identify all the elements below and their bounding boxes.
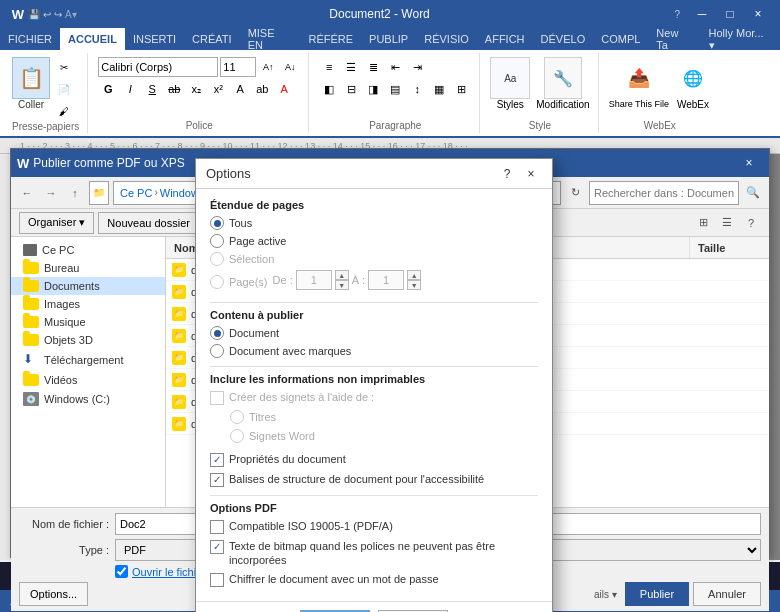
bc-ce-pc[interactable]: Ce PC xyxy=(120,187,152,199)
ribbon-tab-mise-en[interactable]: MISE EN xyxy=(240,28,301,50)
help-button[interactable]: ? xyxy=(741,213,761,233)
nav-back-button[interactable]: ← xyxy=(17,183,37,203)
cut-button[interactable]: ✂ xyxy=(54,57,74,77)
nav-refresh-button[interactable]: ↻ xyxy=(565,183,585,203)
align-right-button[interactable]: ◨ xyxy=(363,79,383,99)
list-row: ≡ ☰ ≣ ⇤ ⇥ xyxy=(319,57,427,77)
pdf-options-title: Options PDF xyxy=(210,502,538,514)
increase-font-button[interactable]: A↓ xyxy=(280,57,300,77)
sidebar-item-videos[interactable]: Vidéos xyxy=(11,371,165,389)
decrease-font-button[interactable]: A↑ xyxy=(258,57,278,77)
sidebar-item-ce-pc[interactable]: Ce PC xyxy=(11,241,165,259)
format-painter-button[interactable]: 🖌 xyxy=(54,101,74,121)
webex-button[interactable]: 🌐 WebEx xyxy=(675,57,711,110)
share-button[interactable]: 📤 Share This File xyxy=(609,57,669,109)
to-spin-up: ▲ xyxy=(407,270,421,280)
view-list-button[interactable]: ☰ xyxy=(717,213,737,233)
sidebar-item-telechargement[interactable]: ⬇ Téléchargement xyxy=(11,349,165,371)
subscript-button[interactable]: x₂ xyxy=(186,79,206,99)
restore-button[interactable]: □ xyxy=(716,3,744,25)
quick-access-redo[interactable]: ↪ xyxy=(54,9,62,20)
text-effects-button[interactable]: A xyxy=(230,79,250,99)
ribbon-tab-affich[interactable]: AFFICH xyxy=(477,28,533,50)
options-button[interactable]: Options... xyxy=(19,582,88,606)
check-proprietes[interactable] xyxy=(210,453,224,467)
line-spacing-button[interactable]: ↕ xyxy=(407,79,427,99)
organiser-button[interactable]: Organiser ▾ xyxy=(19,212,94,234)
bullet-list-button[interactable]: ≡ xyxy=(319,57,339,77)
text-highlight-button[interactable]: ab xyxy=(252,79,272,99)
sidebar-item-documents[interactable]: Documents xyxy=(11,277,165,295)
align-left-button[interactable]: ◧ xyxy=(319,79,339,99)
sidebar-item-musique[interactable]: Musique xyxy=(11,313,165,331)
check-iso[interactable] xyxy=(210,520,224,534)
ribbon-tab-refere[interactable]: RÉFÉRE xyxy=(300,28,361,50)
numbered-list-button[interactable]: ☰ xyxy=(341,57,361,77)
nav-forward-button[interactable]: → xyxy=(41,183,61,203)
open-after-publish-checkbox[interactable] xyxy=(115,565,128,578)
radio-page-active[interactable] xyxy=(210,234,224,248)
sidebar-item-bureau[interactable]: Bureau xyxy=(11,259,165,277)
clipboard-sub-buttons: ✂ 📄 🖌 xyxy=(54,57,74,121)
quick-access-save[interactable]: 💾 xyxy=(28,9,40,20)
radio-document[interactable] xyxy=(210,326,224,340)
superscript-button[interactable]: x² xyxy=(208,79,228,99)
close-button[interactable]: × xyxy=(744,3,772,25)
underline-button[interactable]: S xyxy=(142,79,162,99)
border-button[interactable]: ⊞ xyxy=(451,79,471,99)
search-button[interactable]: 🔍 xyxy=(743,183,763,203)
sidebar-item-windows-c[interactable]: 💿 Windows (C:) xyxy=(11,389,165,409)
publish-button[interactable]: Publier xyxy=(625,582,689,606)
ribbon-tab-accueil[interactable]: ACCUEIL xyxy=(60,28,125,50)
quick-access-undo[interactable]: ↩ xyxy=(43,9,51,20)
minimize-button[interactable]: ─ xyxy=(688,3,716,25)
sidebar-item-images[interactable]: Images xyxy=(11,295,165,313)
strikethrough-button[interactable]: ab xyxy=(164,79,184,99)
cancel-button[interactable]: Annuler xyxy=(693,582,761,606)
styles-button[interactable]: Aa Styles xyxy=(490,57,530,110)
options-help-button[interactable]: ? xyxy=(496,164,518,184)
multilevel-list-button[interactable]: ≣ xyxy=(363,57,383,77)
pdf-dialog-close-button[interactable]: × xyxy=(735,152,763,174)
search-input[interactable] xyxy=(589,181,739,205)
ribbon-tab-newta[interactable]: New Ta xyxy=(648,28,700,50)
check-balises[interactable] xyxy=(210,473,224,487)
nouveau-dossier-button[interactable]: Nouveau dossier xyxy=(98,212,199,234)
sidebar-item-objets3d[interactable]: Objets 3D xyxy=(11,331,165,349)
ribbon-tab-develo[interactable]: DÉVELO xyxy=(533,28,594,50)
ribbon-tab-creati[interactable]: CRÉATI xyxy=(184,28,240,50)
paste-button[interactable]: 📋 Coller xyxy=(12,57,50,110)
copy-button[interactable]: 📄 xyxy=(54,79,74,99)
font-color-button[interactable]: A xyxy=(274,79,294,99)
increase-indent-button[interactable]: ⇥ xyxy=(407,57,427,77)
italic-button[interactable]: I xyxy=(120,79,140,99)
radio-tous[interactable] xyxy=(210,216,224,230)
nav-up-button[interactable]: ↑ xyxy=(65,183,85,203)
ribbon-tab-fichier[interactable]: FICHIER xyxy=(0,28,60,50)
shading-button[interactable]: ▦ xyxy=(429,79,449,99)
options-dialog-title: Options xyxy=(206,166,496,181)
ribbon-tab-revisio[interactable]: RÉVISIO xyxy=(416,28,477,50)
radio-signets-word xyxy=(230,429,244,443)
bold-button[interactable]: G xyxy=(98,79,118,99)
ribbon-tab-publip[interactable]: PUBLIP xyxy=(361,28,416,50)
check-chiffrer[interactable] xyxy=(210,573,224,587)
view-toggle-button[interactable]: ⊞ xyxy=(693,213,713,233)
user-account[interactable]: Holly Mor... ▾ xyxy=(701,28,781,50)
radio-doc-avec-marques[interactable] xyxy=(210,344,224,358)
modification-button[interactable]: 🔧 Modification xyxy=(536,57,589,110)
font-size-input[interactable] xyxy=(220,57,256,77)
decrease-indent-button[interactable]: ⇤ xyxy=(385,57,405,77)
options-close-button[interactable]: × xyxy=(520,164,542,184)
from-spin-dn: ▼ xyxy=(335,280,349,290)
check-creer-signets-row: Créer des signets à l'aide de : xyxy=(210,390,538,405)
ribbon-tab-inserti[interactable]: INSERTI xyxy=(125,28,184,50)
ribbon-tab-compl[interactable]: COMPL xyxy=(593,28,648,50)
font-name-input[interactable] xyxy=(98,57,218,77)
check-bitmap[interactable] xyxy=(210,540,224,554)
titlebar-controls: ─ □ × xyxy=(688,3,772,25)
check-bitmap-row: Texte de bitmap quand les polices ne peu… xyxy=(210,539,538,568)
align-center-button[interactable]: ⊟ xyxy=(341,79,361,99)
font-style-row: G I S ab x₂ x² A ab A xyxy=(98,79,294,99)
justify-button[interactable]: ▤ xyxy=(385,79,405,99)
